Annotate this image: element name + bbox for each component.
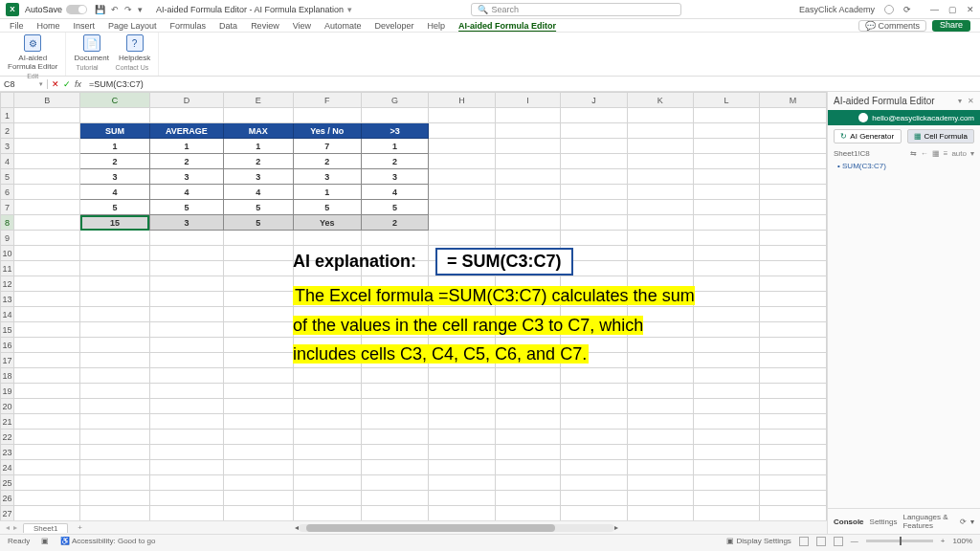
cell-B4[interactable] (14, 154, 80, 169)
row-header-14[interactable]: 14 (1, 307, 14, 322)
select-all-cell[interactable] (1, 93, 14, 108)
cell-K8[interactable] (627, 215, 693, 231)
cell-B5[interactable] (14, 169, 80, 185)
cell-I26[interactable] (495, 491, 561, 506)
settings-tab[interactable]: Settings (870, 518, 898, 526)
cell-I7[interactable] (495, 200, 561, 215)
cell-D13[interactable] (149, 292, 223, 307)
cell-C25[interactable] (80, 475, 149, 491)
cell-K3[interactable] (627, 139, 693, 154)
cell-F1[interactable] (293, 108, 361, 123)
cell-M24[interactable] (760, 460, 827, 475)
maximize-icon[interactable]: ▢ (948, 5, 957, 14)
cell-D25[interactable] (149, 475, 223, 491)
cell-J19[interactable] (561, 384, 627, 399)
cell-I18[interactable] (495, 368, 561, 384)
tab-ai-formula-editor[interactable]: AI-aided Formula Editor (458, 21, 556, 31)
cell-D4[interactable]: 2 (149, 154, 223, 169)
cell-C11[interactable] (80, 261, 149, 276)
cell-J24[interactable] (561, 460, 627, 475)
cell-J27[interactable] (561, 506, 627, 521)
cell-M26[interactable] (760, 491, 827, 506)
column-header-I[interactable]: I (495, 93, 561, 108)
cell-M6[interactable] (760, 185, 827, 200)
cell-F27[interactable] (293, 506, 361, 521)
cell-F18[interactable] (293, 368, 361, 384)
cell-D18[interactable] (149, 368, 223, 384)
cell-F26[interactable] (293, 491, 361, 506)
share-button[interactable]: Share (932, 20, 970, 32)
cell-L4[interactable] (693, 154, 759, 169)
namebox-dropdown-icon[interactable]: ▾ (39, 80, 43, 88)
side-panel-user[interactable]: hello@easyclickacademy.com (828, 110, 980, 125)
cell-J6[interactable] (561, 185, 627, 200)
autosave-control[interactable]: AutoSave (25, 5, 87, 14)
cell-G22[interactable] (361, 430, 428, 445)
tool-list-icon[interactable]: ≡ (944, 149, 948, 158)
auto-dropdown-icon[interactable]: ▾ (970, 149, 974, 158)
cell-G1[interactable] (361, 108, 428, 123)
cell-I5[interactable] (495, 169, 561, 185)
row-header-16[interactable]: 16 (1, 338, 14, 353)
console-tab[interactable]: Console (834, 518, 864, 526)
cell-D5[interactable]: 3 (149, 169, 223, 185)
cell-H25[interactable] (429, 475, 496, 491)
row-header-1[interactable]: 1 (1, 108, 14, 123)
cell-M18[interactable] (760, 368, 827, 384)
cell-E10[interactable] (224, 246, 293, 261)
cell-D26[interactable] (149, 491, 223, 506)
cell-L22[interactable] (693, 430, 759, 445)
cell-I22[interactable] (495, 430, 561, 445)
cell-D20[interactable] (149, 399, 223, 414)
tab-formulas[interactable]: Formulas (170, 21, 207, 31)
cell-I23[interactable] (495, 445, 561, 460)
fx-icon[interactable]: fx (75, 79, 81, 89)
cell-K25[interactable] (627, 475, 693, 491)
cell-F4[interactable]: 2 (293, 154, 361, 169)
cell-M17[interactable] (760, 353, 827, 368)
cell-D11[interactable] (149, 261, 223, 276)
cell-D22[interactable] (149, 430, 223, 445)
row-header-17[interactable]: 17 (1, 353, 14, 368)
column-header-K[interactable]: K (627, 93, 693, 108)
formula-bar-input[interactable]: =SUM(C3:C7) (85, 79, 980, 89)
cell-F8[interactable]: Yes (293, 215, 361, 231)
cell-C26[interactable] (80, 491, 149, 506)
cell-G27[interactable] (361, 506, 428, 521)
view-normal-icon[interactable] (799, 537, 809, 546)
document-button[interactable]: 📄 Document (74, 34, 108, 62)
cell-E2[interactable]: MAX (224, 123, 293, 139)
tab-automate[interactable]: Automate (324, 21, 362, 31)
cell-B3[interactable] (14, 139, 80, 154)
cell-M21[interactable] (760, 414, 827, 430)
cell-E19[interactable] (224, 384, 293, 399)
cell-C19[interactable] (80, 384, 149, 399)
display-settings[interactable]: ▣ Display Settings (726, 537, 791, 545)
cell-D7[interactable]: 5 (149, 200, 223, 215)
cell-G23[interactable] (361, 445, 428, 460)
autosave-toggle-icon[interactable] (66, 5, 87, 14)
cell-H5[interactable] (429, 169, 496, 185)
cell-C15[interactable] (80, 322, 149, 338)
cell-H6[interactable] (429, 185, 496, 200)
row-header-20[interactable]: 20 (1, 399, 14, 414)
column-header-L[interactable]: L (693, 93, 759, 108)
cell-E27[interactable] (224, 506, 293, 521)
cell-G24[interactable] (361, 460, 428, 475)
cell-K20[interactable] (627, 399, 693, 414)
cell-B27[interactable] (14, 506, 80, 521)
row-header-12[interactable]: 12 (1, 276, 14, 292)
column-header-C[interactable]: C (80, 93, 149, 108)
cell-G20[interactable] (361, 399, 428, 414)
cell-G7[interactable]: 5 (361, 200, 428, 215)
row-header-13[interactable]: 13 (1, 292, 14, 307)
spreadsheet-grid[interactable]: BCDEFGHIJKLM12SUMAVERAGEMAXYes / No>3311… (0, 92, 827, 534)
row-header-5[interactable]: 5 (1, 169, 14, 185)
sheet-nav-prev-icon[interactable]: ◂ (6, 523, 10, 532)
cell-C3[interactable]: 1 (80, 139, 149, 154)
row-header-22[interactable]: 22 (1, 430, 14, 445)
cell-G8[interactable]: 2 (361, 215, 428, 231)
cell-D3[interactable]: 1 (149, 139, 223, 154)
cell-K4[interactable] (627, 154, 693, 169)
row-header-23[interactable]: 23 (1, 445, 14, 460)
